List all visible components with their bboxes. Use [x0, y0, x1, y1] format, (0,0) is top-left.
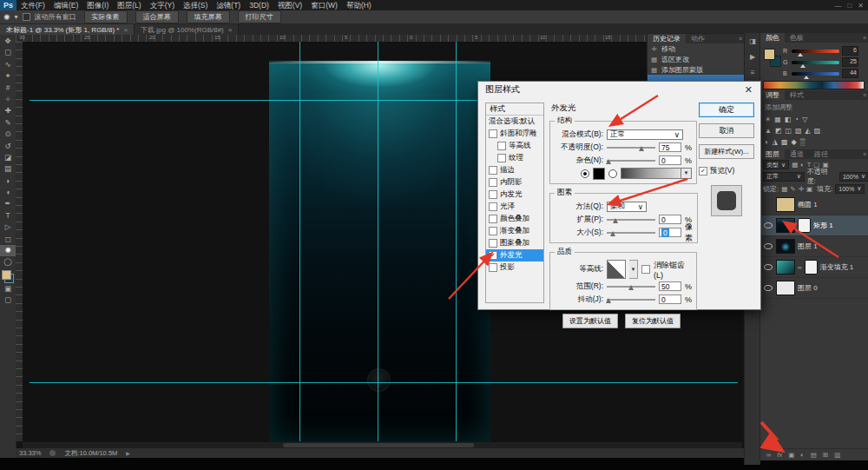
green-value[interactable]: 25: [842, 57, 858, 67]
style-item-inner-shadow[interactable]: 内阴影: [486, 176, 543, 189]
link-layers-icon[interactable]: ∞: [766, 451, 771, 459]
blue-value[interactable]: 44: [842, 69, 858, 78]
style-item-gradient-overlay[interactable]: 渐变叠加: [486, 225, 543, 237]
checkbox[interactable]: [497, 154, 506, 162]
foreground-color-swatch[interactable]: [764, 49, 775, 60]
close-icon[interactable]: ✕: [858, 2, 864, 10]
jitter-input[interactable]: 0: [659, 295, 681, 304]
pen-tool[interactable]: ✒: [0, 198, 16, 209]
adjustment-layer-icon[interactable]: ◐: [800, 451, 805, 459]
noise-input[interactable]: 0: [659, 156, 681, 165]
eyedropper-tool[interactable]: ✧: [0, 94, 16, 105]
layer-row-rectangle-1[interactable]: 矩形 1: [760, 215, 868, 236]
opacity-dropdown[interactable]: 100%∨: [839, 172, 868, 182]
tab-paths[interactable]: 路径: [809, 149, 833, 159]
range-input[interactable]: 50: [659, 281, 681, 291]
add-layer-mask-icon[interactable]: ▣: [788, 451, 794, 459]
checkbox[interactable]: [489, 215, 497, 223]
layer-row-ellipse-1[interactable]: 椭圆 1: [760, 195, 868, 215]
scrollbar-thumb[interactable]: [283, 443, 474, 447]
antialias-checkbox[interactable]: [641, 265, 650, 274]
checkbox[interactable]: [489, 239, 497, 248]
print-size-button[interactable]: 打印尺寸: [238, 10, 281, 23]
noise-slider[interactable]: [607, 160, 655, 162]
adjustment-icon[interactable]: ▽: [802, 116, 807, 123]
layer-row-layer-0[interactable]: 图层 0: [760, 278, 868, 299]
collapsed-panel-icon[interactable]: ◨: [749, 37, 756, 45]
blur-tool[interactable]: ◗: [0, 175, 16, 187]
visibility-toggle[interactable]: [762, 222, 773, 228]
menu-help[interactable]: 帮助(H): [342, 0, 376, 10]
delete-layer-icon[interactable]: ▥: [834, 451, 840, 459]
zoom-level[interactable]: 33.33%: [19, 449, 41, 457]
hand-tool[interactable]: ✺: [0, 245, 16, 256]
clone-stamp-tool[interactable]: ⊙: [0, 129, 16, 140]
preview-checkbox[interactable]: ✓: [699, 167, 707, 175]
layer-name[interactable]: 渐变填充 1: [820, 262, 854, 272]
adjustment-icon[interactable]: ▨: [814, 127, 821, 135]
dodge-tool[interactable]: ◖: [0, 187, 16, 198]
scroll-all-windows-checkbox[interactable]: [23, 13, 30, 21]
opacity-input[interactable]: 75: [659, 142, 681, 152]
new-style-button[interactable]: 新建样式(W)...: [699, 144, 754, 159]
layer-row-gradient-fill-1[interactable]: ∞ 渐变填充 1: [760, 257, 868, 278]
menu-edit[interactable]: 编辑(E): [49, 0, 82, 10]
glow-gradient-radio[interactable]: [608, 169, 617, 178]
path-selection-tool[interactable]: ▷: [0, 222, 16, 233]
checkbox-checked[interactable]: ✓: [489, 251, 497, 260]
lock-all-icon[interactable]: ▣: [806, 185, 812, 193]
visibility-toggle[interactable]: [762, 264, 773, 270]
layer-mask-thumbnail[interactable]: [805, 260, 818, 275]
layer-style-fx-icon[interactable]: fx: [777, 451, 782, 459]
style-item-drop-shadow[interactable]: 投影: [486, 261, 543, 274]
tab-channels[interactable]: 通道: [785, 149, 809, 159]
layer-name[interactable]: 椭圆 1: [798, 200, 818, 209]
layer-name[interactable]: 图层 0: [798, 283, 818, 293]
blending-options-item[interactable]: 混合选项:默认: [486, 116, 543, 128]
zoom-tool[interactable]: ◯: [0, 256, 16, 268]
restore-icon[interactable]: □: [847, 2, 852, 10]
adjustment-icon[interactable]: ▲: [765, 127, 772, 135]
fill-screen-button[interactable]: 填充屏幕: [187, 10, 230, 23]
lock-position-icon[interactable]: ✛: [799, 185, 804, 193]
menu-view[interactable]: 视图(V): [273, 0, 306, 10]
checkbox[interactable]: [489, 227, 497, 235]
filter-pixel-icon[interactable]: ▦: [792, 161, 798, 169]
type-tool[interactable]: T: [0, 210, 16, 222]
style-item-bevel[interactable]: 斜面和浮雕: [486, 128, 543, 140]
shape-tool[interactable]: ◻: [0, 234, 16, 245]
visibility-toggle[interactable]: [762, 285, 773, 291]
crop-tool[interactable]: #: [0, 83, 16, 94]
layer-thumbnail[interactable]: [776, 260, 795, 275]
color-spectrum-ramp[interactable]: [763, 81, 865, 89]
contour-dropdown-icon[interactable]: ▼: [629, 260, 638, 279]
menu-filter[interactable]: 滤镜(T): [212, 0, 245, 10]
menu-select[interactable]: 选择(S): [179, 0, 212, 10]
adjustment-icon[interactable]: ☀: [765, 116, 771, 123]
actual-pixels-button[interactable]: 实际像素: [84, 10, 128, 23]
style-item-color-overlay[interactable]: 颜色叠加: [486, 213, 543, 225]
tab-actions[interactable]: 动作: [686, 34, 710, 43]
panel-menu-icon[interactable]: ≡: [863, 35, 868, 41]
fill-dropdown[interactable]: 100%∨: [835, 184, 865, 194]
quick-mask-mode-button[interactable]: ▣: [0, 283, 16, 295]
adjustment-icon[interactable]: ◮: [773, 138, 778, 146]
checkbox[interactable]: [497, 142, 506, 150]
opacity-slider[interactable]: [607, 147, 655, 149]
jitter-slider[interactable]: [607, 299, 655, 301]
eraser-tool[interactable]: ◪: [0, 152, 16, 163]
vector-mask-thumbnail[interactable]: [798, 218, 811, 233]
make-default-button[interactable]: 设置为默认值: [562, 314, 618, 328]
minimize-icon[interactable]: —: [834, 2, 841, 10]
red-slider[interactable]: [792, 50, 839, 53]
new-group-icon[interactable]: ▤: [811, 451, 817, 459]
tab-color[interactable]: 颜色: [760, 33, 785, 43]
panel-menu-icon[interactable]: ≡: [863, 151, 868, 157]
cancel-button[interactable]: 取消: [699, 123, 754, 138]
blend-mode-select[interactable]: 正常∨: [607, 129, 683, 140]
adjustment-icon[interactable]: ▒: [800, 138, 806, 146]
color-swatches[interactable]: [2, 270, 14, 283]
ok-button[interactable]: 确定: [699, 103, 754, 117]
quick-selection-tool[interactable]: ✦: [0, 70, 16, 82]
marquee-tool[interactable]: ▢: [0, 47, 16, 58]
